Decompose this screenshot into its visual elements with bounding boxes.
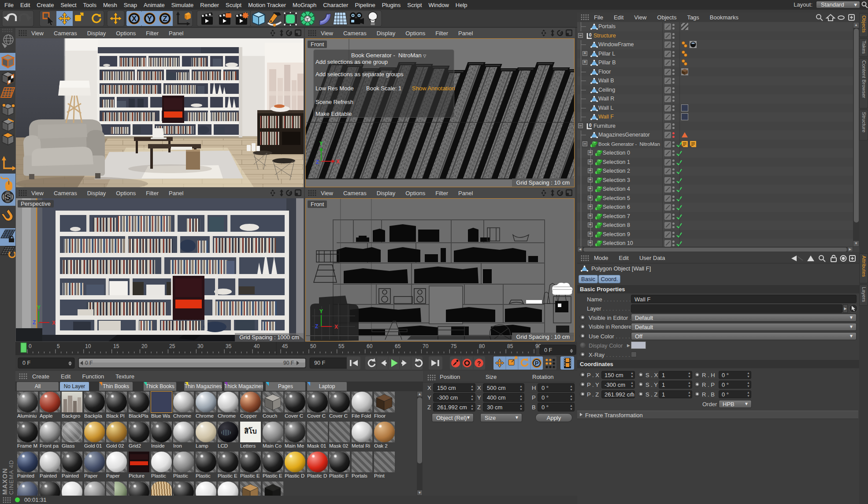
svg-text:Z: Z xyxy=(33,319,36,326)
svg-text:X: X xyxy=(336,159,340,165)
svg-text:5: 5 xyxy=(57,343,60,349)
svg-text:?: ? xyxy=(477,360,481,367)
svg-text:85: 85 xyxy=(507,343,513,349)
svg-text:0: 0 xyxy=(29,343,32,349)
svg-text:0 F: 0 F xyxy=(544,347,552,353)
svg-text:MAXON: MAXON xyxy=(1,468,8,495)
svg-text:Z: Z xyxy=(163,15,167,23)
svg-text:0: 0 xyxy=(589,123,592,128)
svg-text:Z: Z xyxy=(316,159,319,165)
svg-text:X: X xyxy=(334,324,338,330)
svg-text:55: 55 xyxy=(338,343,345,349)
svg-text:0: 0 xyxy=(589,33,592,37)
svg-text:35: 35 xyxy=(226,343,232,349)
svg-text:30: 30 xyxy=(197,343,204,349)
svg-text:15: 15 xyxy=(113,343,119,349)
svg-text:S: S xyxy=(5,193,11,202)
svg-text:0 F: 0 F xyxy=(22,360,30,366)
svg-text:70: 70 xyxy=(423,343,429,349)
svg-text:50: 50 xyxy=(310,343,316,349)
svg-text:Y: Y xyxy=(319,141,323,147)
svg-text:Y: Y xyxy=(147,15,152,23)
svg-text:45: 45 xyxy=(282,343,288,349)
svg-text:0 F: 0 F xyxy=(85,360,93,366)
svg-text:Y: Y xyxy=(37,304,41,311)
svg-text:40: 40 xyxy=(254,343,260,349)
svg-text:25: 25 xyxy=(169,343,175,349)
svg-text:X: X xyxy=(132,15,137,23)
svg-text:75: 75 xyxy=(451,343,457,349)
svg-text:90 F: 90 F xyxy=(314,360,325,366)
svg-text:Z: Z xyxy=(315,323,318,330)
svg-text:10: 10 xyxy=(85,343,91,349)
svg-text:80: 80 xyxy=(479,343,485,349)
svg-text:65: 65 xyxy=(395,343,401,349)
svg-text:X: X xyxy=(52,320,56,326)
svg-text:60: 60 xyxy=(367,343,373,349)
svg-text:Y: Y xyxy=(319,308,323,315)
svg-text:90 F: 90 F xyxy=(283,360,294,366)
svg-text:P: P xyxy=(535,360,539,367)
svg-text:CINEMA 4D: CINEMA 4D xyxy=(8,460,15,495)
svg-text:20: 20 xyxy=(141,343,148,349)
